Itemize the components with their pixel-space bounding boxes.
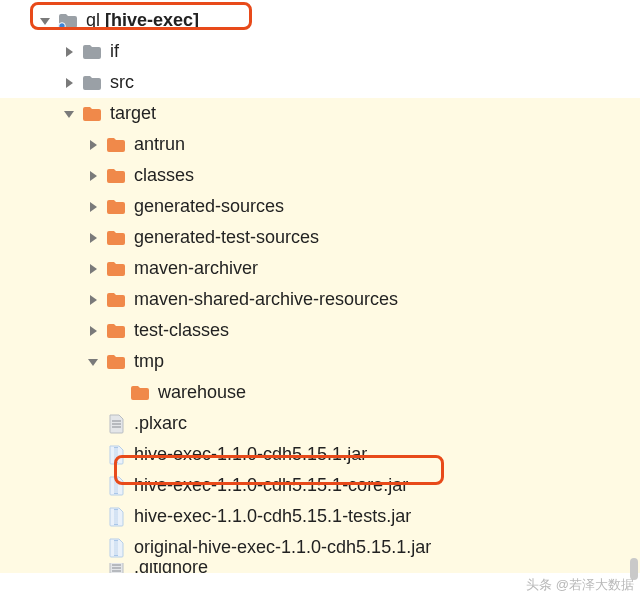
- jar-icon: [106, 477, 126, 495]
- chevron-right-icon[interactable]: [86, 262, 100, 276]
- tree-row[interactable]: antrun: [0, 129, 640, 160]
- chevron-down-icon[interactable]: [86, 355, 100, 369]
- tree-item-label: ql [hive-exec]: [86, 10, 199, 32]
- folder-orange-icon: [106, 229, 126, 247]
- tree-item-label: maven-archiver: [134, 258, 258, 280]
- chevron-right-icon[interactable]: [86, 200, 100, 214]
- tree-item-label: src: [110, 72, 134, 94]
- chevron-right-icon[interactable]: [86, 324, 100, 338]
- arrow-spacer: [86, 479, 100, 493]
- tree-row[interactable]: generated-sources: [0, 191, 640, 222]
- jar-icon: [106, 446, 126, 464]
- folder-orange-icon: [106, 136, 126, 154]
- tree-row[interactable]: .plxarc: [0, 408, 640, 439]
- folder-orange-icon: [106, 353, 126, 371]
- arrow-spacer: [110, 386, 124, 400]
- tree-row[interactable]: hive-exec-1.1.0-cdh5.15.1-core.jar: [0, 470, 640, 501]
- chevron-down-icon[interactable]: [62, 107, 76, 121]
- jar-icon: [106, 539, 126, 557]
- tree-item-label: warehouse: [158, 382, 246, 404]
- tree-row[interactable]: warehouse: [0, 377, 640, 408]
- tree-row[interactable]: .gitignore: [0, 563, 640, 573]
- file-icon: [106, 563, 126, 573]
- arrow-spacer: [86, 417, 100, 431]
- tree-item-label: original-hive-exec-1.1.0-cdh5.15.1.jar: [134, 537, 431, 559]
- tree-item-label: test-classes: [134, 320, 229, 342]
- tree-item-label: .plxarc: [134, 413, 187, 435]
- tree-item-label: maven-shared-archive-resources: [134, 289, 398, 311]
- folder-orange-icon: [106, 260, 126, 278]
- folder-orange-icon: [82, 105, 102, 123]
- svg-point-0: [59, 22, 66, 29]
- chevron-right-icon[interactable]: [62, 45, 76, 59]
- tree-item-label: tmp: [134, 351, 164, 373]
- tree-row[interactable]: src: [0, 67, 640, 98]
- project-tree: ql [hive-exec]ifsrctargetantrunclassesge…: [0, 0, 640, 573]
- tree-row[interactable]: original-hive-exec-1.1.0-cdh5.15.1.jar: [0, 532, 640, 563]
- tree-row[interactable]: hive-exec-1.1.0-cdh5.15.1-tests.jar: [0, 501, 640, 532]
- tree-item-label: antrun: [134, 134, 185, 156]
- arrow-spacer: [86, 541, 100, 555]
- tree-item-label: .gitignore: [134, 563, 208, 573]
- chevron-right-icon[interactable]: [86, 231, 100, 245]
- folder-orange-icon: [106, 198, 126, 216]
- tree-item-label: generated-sources: [134, 196, 284, 218]
- folder-grey-icon: [82, 43, 102, 61]
- tree-row[interactable]: tmp: [0, 346, 640, 377]
- folder-grey-icon: [82, 74, 102, 92]
- tree-item-label: generated-test-sources: [134, 227, 319, 249]
- folder-orange-icon: [106, 322, 126, 340]
- tree-row[interactable]: maven-archiver: [0, 253, 640, 284]
- chevron-right-icon[interactable]: [86, 293, 100, 307]
- tree-item-label: classes: [134, 165, 194, 187]
- jar-icon: [106, 508, 126, 526]
- arrow-spacer: [86, 448, 100, 462]
- tree-row[interactable]: maven-shared-archive-resources: [0, 284, 640, 315]
- tree-row[interactable]: test-classes: [0, 315, 640, 346]
- watermark-text: 头条 @若泽大数据: [526, 576, 634, 594]
- folder-orange-icon: [106, 167, 126, 185]
- tree-row[interactable]: if: [0, 36, 640, 67]
- chevron-right-icon[interactable]: [62, 76, 76, 90]
- tree-item-label: hive-exec-1.1.0-cdh5.15.1.jar: [134, 444, 367, 466]
- tree-item-label: if: [110, 41, 119, 63]
- folder-orange-icon: [106, 291, 126, 309]
- tree-row[interactable]: classes: [0, 160, 640, 191]
- chevron-down-icon[interactable]: [38, 14, 52, 28]
- tree-row[interactable]: generated-test-sources: [0, 222, 640, 253]
- folder-orange-icon: [130, 384, 150, 402]
- tree-row[interactable]: target: [0, 98, 640, 129]
- tree-item-label: hive-exec-1.1.0-cdh5.15.1-core.jar: [134, 475, 408, 497]
- tree-item-label: target: [110, 103, 156, 125]
- arrow-spacer: [86, 510, 100, 524]
- tree-item-label: hive-exec-1.1.0-cdh5.15.1-tests.jar: [134, 506, 411, 528]
- folder-root-icon: [58, 12, 78, 30]
- chevron-right-icon[interactable]: [86, 138, 100, 152]
- tree-row[interactable]: hive-exec-1.1.0-cdh5.15.1.jar: [0, 439, 640, 470]
- file-icon: [106, 415, 126, 433]
- chevron-right-icon[interactable]: [86, 169, 100, 183]
- tree-row[interactable]: ql [hive-exec]: [0, 5, 640, 36]
